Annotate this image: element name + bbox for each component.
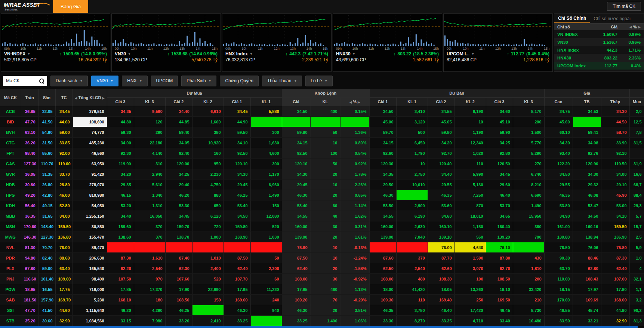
symbol-cell[interactable]: BID xyxy=(0,117,21,127)
filter-button-chứng-quyền[interactable]: Chứng Quyền xyxy=(220,76,258,86)
tab-chi-so-chinh[interactable]: Chỉ Số Chính xyxy=(554,14,590,23)
chart-panel-vnindex: 09h10h11h12h13h14h15h VN-INDEX▼ ↑1509.65… xyxy=(1,13,110,72)
price-cell: 4,640 xyxy=(455,242,486,253)
symbol-cell[interactable]: PLX xyxy=(0,263,21,274)
symbol-cell[interactable]: POW xyxy=(0,284,21,295)
horizontal-scrollbar[interactable] xyxy=(0,326,644,328)
symbol-cell[interactable]: HPG xyxy=(0,190,21,200)
symbol-cell[interactable]: PDR xyxy=(0,253,21,263)
price-cell: 70 xyxy=(310,295,340,305)
price-cell: 34.10 xyxy=(601,211,629,221)
index-row[interactable]: HNX Index442.31.71% xyxy=(554,46,644,54)
symbol-cell[interactable]: SAB xyxy=(0,295,21,305)
price-cell: 270 xyxy=(513,159,544,169)
filter-buttons: Danh sách▼VN30▼HNX▼UPCOMPhái Sinh▼Chứng … xyxy=(50,76,333,86)
price-cell: -1.24% xyxy=(340,253,369,263)
price-cell: 34.45 xyxy=(224,106,250,117)
scrollbar-thumb[interactable] xyxy=(0,326,638,328)
price-cell: 34.15 xyxy=(369,138,396,148)
filter-button-lô-lẻ[interactable]: Lô Lẻ▼ xyxy=(305,76,333,86)
price-cell: 20 xyxy=(310,232,340,242)
price-cell: 59.70 xyxy=(369,127,396,138)
index-selector[interactable]: UPCOM I...▼ xyxy=(447,51,474,56)
price-cell xyxy=(250,117,282,127)
column-pager-right-icon[interactable]: ▶ xyxy=(358,101,360,104)
filter-button-vn30[interactable]: VN30▼ xyxy=(91,76,118,86)
index-row[interactable]: VN-INDEX1,509.70.99% xyxy=(554,30,644,38)
price-cell: 44.60 xyxy=(55,305,73,316)
price-cell: 12,340 xyxy=(455,138,486,148)
price-cell: 59.30 xyxy=(107,127,134,138)
price-cell: 45.74 xyxy=(573,305,601,316)
price-cell: 0.89% xyxy=(340,138,369,148)
price-cell xyxy=(369,242,396,253)
price-cell: 278,070 xyxy=(73,180,107,190)
filter-button-hnx[interactable]: HNX▼ xyxy=(122,76,147,86)
symbol-cell[interactable]: ACB xyxy=(0,106,21,117)
price-cell: 20 xyxy=(310,305,340,316)
price-cell: 2,540 xyxy=(134,263,165,274)
symbol-cell[interactable]: KDH xyxy=(0,200,21,211)
filter-button-phái-sinh[interactable]: Phái Sinh▼ xyxy=(181,76,216,86)
price-cell: 11,230 xyxy=(250,284,282,295)
filter-button-danh-sách[interactable]: Danh sách▼ xyxy=(50,76,88,86)
symbol-cell[interactable]: SSI xyxy=(0,305,21,316)
price-cell: 93.40 xyxy=(544,148,573,159)
price-cell: 34.40 xyxy=(428,169,455,180)
symbol-cell[interactable]: GVR xyxy=(0,169,21,180)
symbol-cell[interactable]: MBB xyxy=(0,211,21,221)
column-pager-left-icon[interactable]: ◀ xyxy=(629,25,632,29)
price-cell: 146.30 xyxy=(21,232,38,242)
price-cell: 46.25 xyxy=(224,190,250,200)
price-cell xyxy=(396,190,428,200)
tab-chi-so-nuoc-ngoai[interactable]: Chỉ số nước ngoài xyxy=(590,14,634,23)
price-cell: 6,610 xyxy=(192,106,224,117)
price-cell: 34.30 xyxy=(601,106,629,117)
index-selector[interactable]: HNX30▼ xyxy=(336,51,355,56)
ticker-search[interactable]: Tìm mã CK xyxy=(607,2,641,11)
price-cell: 59.50 xyxy=(224,127,250,138)
price-cell: 5,7 xyxy=(629,211,644,221)
price-cell: 41.50 xyxy=(38,117,55,127)
price-cell: 5,990 xyxy=(455,169,486,180)
symbol-cell[interactable]: FPT xyxy=(0,148,21,159)
symbol-cell[interactable]: MWG xyxy=(0,232,21,242)
price-cell: 59.40 xyxy=(165,127,192,138)
price-cell: 33.30 xyxy=(369,316,396,326)
price-cell: 120.40 xyxy=(428,159,455,169)
price-cell: 62.70 xyxy=(486,263,513,274)
index-selector[interactable]: VN-INDEX▼ xyxy=(4,51,30,56)
symbol-cell[interactable]: HDB xyxy=(0,180,21,190)
time-label: 15h xyxy=(544,47,549,50)
filter-button-thỏa-thuận[interactable]: Thỏa Thuận▼ xyxy=(262,76,302,86)
price-cell: 34.20 xyxy=(428,138,455,148)
time-axis: 09h10h11h12h13h14h15h xyxy=(112,47,221,51)
price-cell: 0.65% xyxy=(340,190,369,200)
price-cell xyxy=(192,305,224,316)
column-pager-right-icon[interactable]: ▶ xyxy=(638,25,641,29)
index-row[interactable]: VN301,536.70.96% xyxy=(554,38,644,46)
symbol-cell[interactable]: MSN xyxy=(0,221,21,232)
index-selector[interactable]: VN30▼ xyxy=(115,51,131,56)
symbol-cell[interactable]: BVH xyxy=(0,127,21,138)
symbol-cell[interactable]: NVL xyxy=(0,242,21,253)
price-cell: 46.30 xyxy=(282,305,310,316)
table-row: BVH63.1054.9059.0074,77059.3029059.40380… xyxy=(0,127,644,138)
symbol-cell[interactable]: GAS xyxy=(0,159,21,169)
filter-button-upcom[interactable]: UPCOM xyxy=(151,76,178,86)
price-cell: 87.30 xyxy=(107,253,134,263)
symbol-cell[interactable]: PNJ xyxy=(0,274,21,284)
price-cell: 101.40 xyxy=(38,274,55,284)
index-row[interactable]: HNX30803.222.36% xyxy=(554,54,644,62)
index-selector[interactable]: HNX Index▼ xyxy=(225,51,253,56)
symbol-cell[interactable]: CTG xyxy=(0,138,21,148)
price-cell: 59.00 xyxy=(55,127,73,138)
column-pager-right-icon[interactable]: ▶ xyxy=(102,96,105,100)
price-cell: 3,070 xyxy=(455,263,486,274)
tab-bang-gia[interactable]: Bảng Giá xyxy=(53,0,88,13)
column-header: Giá 3 xyxy=(486,98,513,106)
symbol-cell[interactable]: STB xyxy=(0,316,21,326)
time-label: 12h xyxy=(495,47,501,50)
symbol-search-input[interactable]: Mã CK xyxy=(3,76,47,86)
index-row[interactable]: UPCOM Index112.770.4% xyxy=(554,62,644,70)
